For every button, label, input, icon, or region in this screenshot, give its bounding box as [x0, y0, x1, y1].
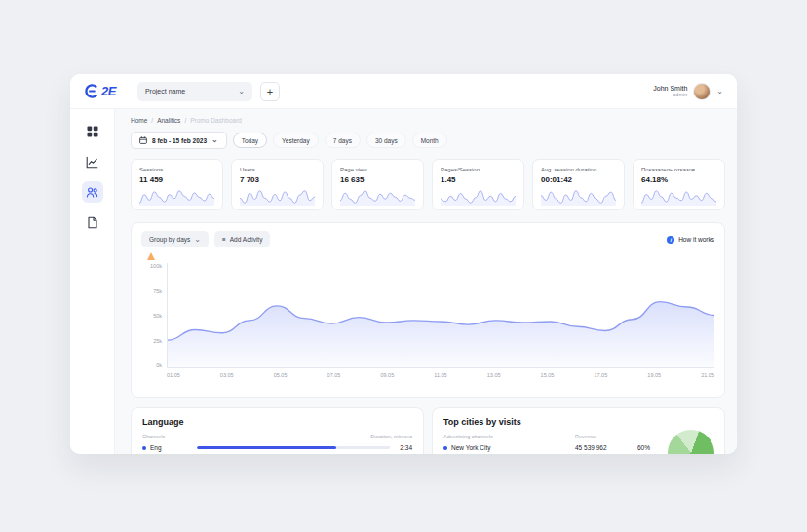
breadcrumb-separator: / — [184, 117, 186, 124]
y-tick-label: 75k — [153, 288, 162, 294]
sidebar-item-audience[interactable] — [82, 181, 103, 203]
add-activity-label: Add Activity — [230, 236, 263, 243]
document-icon — [87, 216, 98, 229]
language-card: Language Channels Duration, min:sec Eng — [131, 407, 424, 454]
y-tick-label: 100k — [150, 263, 162, 269]
x-tick-label: 05.05 — [274, 372, 288, 378]
top-cities-card: Top cities by visits Advertising channel… — [432, 407, 725, 454]
sparkline-chart — [340, 188, 415, 206]
y-axis: 100k75k50k25k0k — [141, 263, 167, 368]
user-menu[interactable]: John Smith admin ⌄ — [653, 83, 723, 100]
main-chart-card: Group by days ⌄ ≡ Add Activity i How it … — [131, 222, 725, 398]
duration-bar — [197, 446, 390, 449]
stat-label: Users — [240, 167, 315, 172]
plus-icon: + — [267, 86, 273, 97]
date-range-label: 8 feb - 15 feb 2023 — [152, 137, 207, 144]
logo-text: 2E — [101, 84, 116, 98]
y-tick-label: 25k — [153, 338, 162, 344]
stat-card-avg-duration[interactable]: Avg. session duration 00:01:42 — [532, 159, 625, 210]
stat-label: Avg. session duration — [541, 167, 616, 172]
sidebar-item-analytics[interactable] — [82, 151, 103, 172]
breadcrumb-analytics[interactable]: Analitics — [157, 117, 180, 124]
group-by-label: Group by days — [149, 236, 190, 243]
sparkline-chart — [240, 188, 315, 206]
user-role: admin — [653, 92, 687, 97]
y-tick-label: 50k — [153, 313, 162, 319]
language-label: Eng — [150, 444, 162, 451]
chart-controls: Group by days ⌄ ≡ Add Activity i How it … — [141, 231, 714, 247]
duration-value: 2:34 — [400, 444, 412, 451]
avatar[interactable] — [693, 83, 711, 100]
users-icon — [86, 186, 98, 199]
stat-value: 7 703 — [240, 175, 315, 184]
preset-yesterday[interactable]: Yesterday — [273, 133, 319, 148]
chevron-down-icon[interactable]: ⌄ — [716, 88, 723, 95]
preset-7days[interactable]: 7 days — [325, 133, 361, 148]
y-tick-label: 0k — [156, 362, 162, 368]
language-row[interactable]: Eng 2:34 — [142, 444, 412, 451]
preset-30days[interactable]: 30 days — [366, 133, 406, 148]
stat-value: 16 635 — [340, 175, 415, 184]
x-tick-label: 07.05 — [327, 372, 341, 378]
x-tick-label: 15.05 — [541, 372, 555, 378]
city-label: New York City — [451, 444, 490, 451]
stat-label: Page view — [340, 167, 415, 172]
chevron-down-icon: ⌄ — [238, 88, 245, 95]
sparkline-chart — [641, 188, 716, 206]
user-meta: John Smith admin — [653, 85, 687, 97]
column-duration: Duration, min:sec — [370, 434, 412, 439]
language-card-title: Language — [142, 417, 412, 427]
chevron-down-icon: ⌄ — [194, 236, 201, 244]
list-icon: ≡ — [222, 236, 226, 243]
line-chart-icon — [86, 156, 98, 169]
stat-label: Sessions — [139, 167, 214, 172]
main-chart-plot[interactable] — [167, 263, 714, 368]
breadcrumb-home[interactable]: Home — [131, 117, 147, 124]
breadcrumb: Home / Analitics / Promo Dashboard — [131, 117, 725, 124]
x-tick-label: 11.05 — [434, 372, 446, 378]
info-icon: i — [667, 236, 674, 244]
top-cities-title: Top cities by visits — [443, 417, 713, 427]
column-advertising-channels: Advertising channels — [443, 434, 575, 439]
bullet-dot — [443, 446, 447, 450]
add-project-button[interactable]: + — [260, 82, 280, 101]
group-by-dropdown[interactable]: Group by days ⌄ — [141, 231, 209, 247]
sidebar-item-dashboard[interactable] — [82, 121, 103, 142]
sidebar-item-documents[interactable] — [82, 211, 103, 233]
main-chart-area — [168, 302, 714, 367]
grid-icon — [87, 126, 98, 137]
x-axis: 01.0503.0505.0507.0509.0511.0513.0515.05… — [167, 372, 714, 378]
warning-icon — [147, 252, 155, 260]
stat-card-bounce-rate[interactable]: Показатель отказов 64.18% — [633, 159, 725, 210]
main-chart — [168, 263, 714, 367]
x-tick-label: 01.05 — [167, 372, 180, 378]
chart-area: 100k75k50k25k0k — [141, 263, 714, 378]
bullet-dot — [142, 446, 146, 450]
sparkline-chart — [139, 188, 214, 206]
duration-bar-fill — [197, 446, 336, 449]
stat-card-pages-session[interactable]: Pages/Session 1.45 — [432, 159, 524, 210]
stats-row: Sessions 11 459 Users 7 703 Page view 16… — [131, 159, 725, 210]
add-activity-button[interactable]: ≡ Add Activity — [214, 231, 270, 247]
project-select[interactable]: Project name ⌄ — [137, 82, 252, 101]
stat-card-pageview[interactable]: Page view 16 635 — [331, 159, 424, 210]
bottom-panels: Language Channels Duration, min:sec Eng — [131, 407, 725, 454]
city-share: 60% — [637, 444, 665, 451]
x-tick-label: 03.05 — [220, 372, 234, 378]
date-range-picker[interactable]: 8 feb - 15 feb 2023 ⌄ — [131, 132, 227, 149]
stat-card-sessions[interactable]: Sessions 11 459 — [131, 159, 223, 210]
how-it-works-label: How it works — [678, 236, 714, 243]
chevron-down-icon: ⌄ — [211, 136, 218, 144]
language-columns: Channels Duration, min:sec — [142, 434, 412, 439]
app-logo[interactable]: 2E — [84, 83, 116, 99]
stat-card-users[interactable]: Users 7 703 — [231, 159, 324, 210]
how-it-works-link[interactable]: i How it works — [667, 236, 714, 244]
top-bar: 2E Project name ⌄ + John Smith admin ⌄ — [70, 74, 737, 109]
preset-today[interactable]: Today — [233, 133, 267, 148]
body-row: Home / Analitics / Promo Dashboard 8 feb… — [70, 109, 737, 454]
main-content: Home / Analitics / Promo Dashboard 8 feb… — [115, 109, 737, 454]
app-window: 2E Project name ⌄ + John Smith admin ⌄ — [70, 74, 737, 454]
sparkline-chart — [541, 188, 616, 206]
stat-value: 11 459 — [139, 175, 214, 184]
preset-month[interactable]: Month — [412, 133, 447, 148]
